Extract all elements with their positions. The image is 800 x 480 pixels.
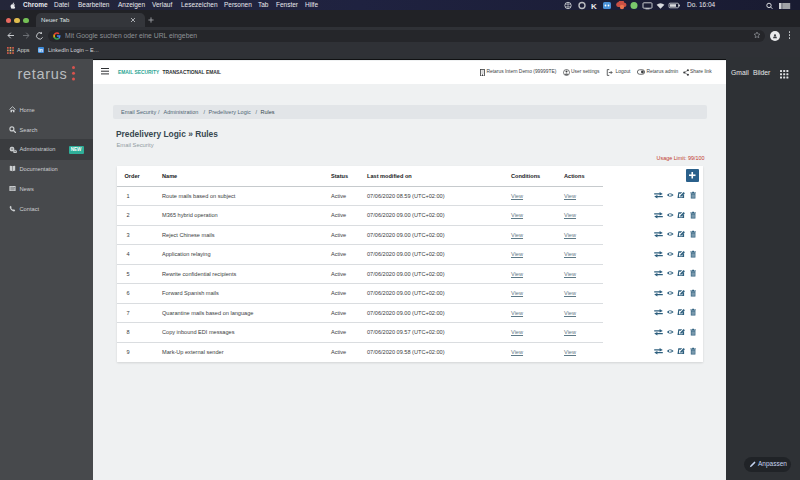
svg-text:K: K — [591, 2, 597, 11]
